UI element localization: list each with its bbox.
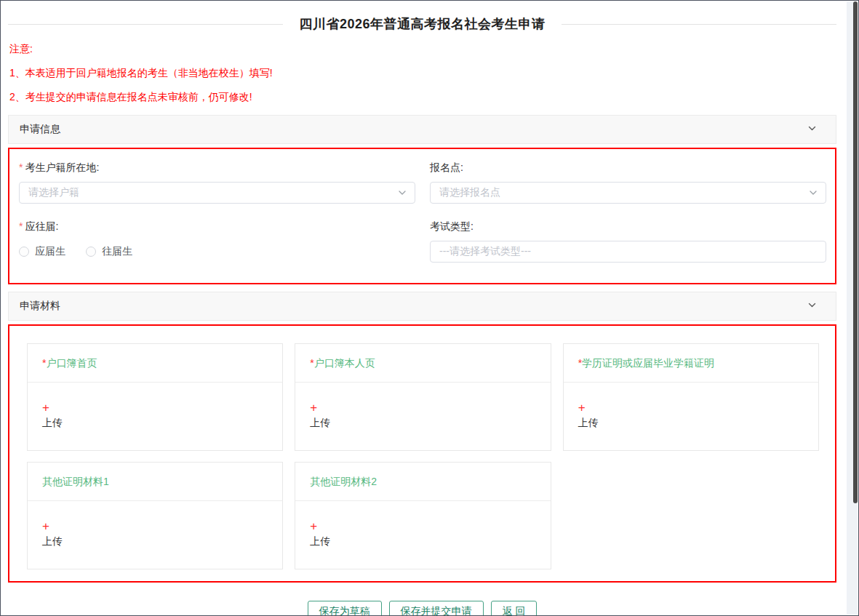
divider-line-left: [8, 24, 283, 25]
yingwangjie-radio-group: 应届生 往届生: [19, 241, 415, 258]
upload-card-other-material-1: 其他证明材料1 + 上传: [27, 462, 283, 569]
kaoshileixing-select[interactable]: ---请选择考试类型---: [430, 241, 826, 263]
radio-label: 往届生: [102, 245, 132, 258]
card-title-text: 户口簿首页: [46, 357, 97, 369]
chevron-down-icon: [807, 300, 817, 313]
card-title-text: 户口簿本人页: [314, 357, 375, 369]
plus-icon: +: [310, 520, 330, 533]
upload-card-hukoubu-personal: *户口簿本人页 + 上传: [295, 343, 551, 451]
section-title: 申请信息: [20, 123, 60, 136]
card-title: *学历证明或应届毕业学籍证明: [564, 344, 818, 383]
baomingdian-select[interactable]: 请选择报名点: [430, 182, 826, 204]
upload-card-other-material-2: 其他证明材料2 + 上传: [295, 462, 551, 569]
chevron-down-icon: [809, 188, 818, 197]
plus-icon: +: [310, 401, 330, 415]
card-title-text: 其他证明材料2: [310, 476, 377, 487]
card-body: + 上传: [28, 501, 282, 569]
card-title: *户口簿本人页: [295, 344, 550, 383]
notice-block: 注意: 1、本表适用于回户籍地报名的考生（非当地在校生）填写! 2、考生提交的申…: [9, 43, 836, 103]
notice-heading: 注意:: [9, 43, 836, 55]
notice-item-1: 1、本表适用于回户籍地报名的考生（非当地在校生）填写!: [9, 67, 836, 79]
back-button[interactable]: 返 回: [491, 601, 538, 616]
chevron-down-icon: [398, 188, 407, 197]
card-body: + 上传: [564, 383, 818, 450]
save-draft-button[interactable]: 保存为草稿: [308, 601, 382, 616]
form-grid: *考生户籍所在地: 请选择户籍 报名点: 请选择报名点: [19, 161, 826, 279]
application-info-group: *考生户籍所在地: 请选择户籍 报名点: 请选择报名点: [8, 148, 836, 284]
scrollbar-thumb[interactable]: [853, 1, 858, 503]
field-label: *应往届:: [19, 220, 415, 233]
hukou-select[interactable]: 请选择户籍: [19, 182, 415, 204]
vertical-scrollbar[interactable]: [847, 1, 858, 615]
plus-icon: +: [42, 520, 63, 533]
kaoshileixing-select-placeholder: ---请选择考试类型---: [439, 245, 531, 258]
field-label-text: 报名点:: [430, 161, 463, 173]
page-content: 四川省2026年普通高考报名社会考生申请 注意: 1、本表适用于回户籍地报名的考…: [1, 15, 858, 616]
upload-button[interactable]: + 上传: [310, 401, 330, 430]
application-materials-group: *户口簿首页 + 上传 *户口簿本人页 +: [8, 324, 836, 583]
empty-grid-cell: [563, 462, 819, 569]
field-label: *考生户籍所在地:: [19, 161, 415, 175]
section-title: 申请材料: [20, 300, 60, 313]
required-asterisk: *: [19, 161, 23, 173]
field-label: 报名点:: [430, 161, 826, 175]
field-yingwangjie: *应往届: 应届生 往届生: [19, 220, 415, 263]
chevron-down-icon: [807, 123, 817, 136]
plus-icon: +: [578, 401, 599, 415]
notice-item-2: 2、考生提交的申请信息在报名点未审核前，仍可修改!: [9, 91, 836, 103]
required-asterisk: *: [19, 220, 23, 232]
plus-icon: +: [42, 401, 63, 415]
upload-card-xueli-proof: *学历证明或应届毕业学籍证明 + 上传: [563, 343, 819, 451]
radio-label: 应届生: [35, 245, 65, 258]
upload-button[interactable]: + 上传: [578, 401, 599, 430]
application-form-page: 四川省2026年普通高考报名社会考生申请 注意: 1、本表适用于回户籍地报名的考…: [0, 0, 859, 616]
card-title: 其他证明材料2: [295, 463, 550, 501]
divider-line-right: [562, 24, 836, 25]
baomingdian-select-placeholder: 请选择报名点: [439, 186, 500, 199]
upload-label: 上传: [42, 535, 63, 548]
action-button-row: 保存为草稿 保存并提交申请 返 回: [8, 601, 836, 616]
field-kaoshileixing: 考试类型: ---请选择考试类型---: [430, 220, 826, 263]
upload-label: 上传: [42, 417, 63, 430]
card-body: + 上传: [295, 501, 550, 569]
upload-button[interactable]: + 上传: [42, 520, 63, 548]
card-body: + 上传: [28, 383, 282, 450]
field-label-text: 考试类型:: [430, 220, 474, 232]
field-label-text: 应往届:: [25, 220, 58, 232]
card-title: 其他证明材料1: [28, 463, 282, 501]
section-header-application-materials[interactable]: 申请材料: [8, 292, 836, 321]
upload-label: 上传: [310, 417, 330, 430]
upload-label: 上传: [578, 417, 599, 430]
field-label-text: 考生户籍所在地:: [25, 161, 99, 173]
radio-circle-icon: [86, 247, 96, 257]
hukou-select-placeholder: 请选择户籍: [28, 186, 79, 199]
upload-label: 上传: [310, 535, 330, 548]
field-label: 考试类型:: [430, 220, 826, 233]
upload-cards-grid: *户口簿首页 + 上传 *户口簿本人页 +: [27, 343, 819, 569]
card-title: *户口簿首页: [28, 344, 282, 383]
card-title-text: 其他证明材料1: [42, 476, 109, 487]
title-divider-row: 四川省2026年普通高考报名社会考生申请: [8, 15, 836, 33]
radio-yingjiesheng[interactable]: 应届生: [19, 245, 65, 258]
save-and-submit-button[interactable]: 保存并提交申请: [389, 601, 484, 616]
field-hukou: *考生户籍所在地: 请选择户籍: [19, 161, 415, 204]
upload-button[interactable]: + 上传: [310, 520, 330, 548]
upload-card-hukoubu-cover: *户口簿首页 + 上传: [27, 343, 283, 451]
upload-button[interactable]: + 上传: [42, 401, 63, 430]
field-baomingdian: 报名点: 请选择报名点: [430, 161, 826, 204]
card-body: + 上传: [295, 383, 550, 450]
card-title-text: 学历证明或应届毕业学籍证明: [582, 357, 714, 369]
radio-circle-icon: [19, 247, 29, 257]
page-title: 四川省2026年普通高考报名社会考生申请: [299, 15, 545, 33]
section-header-application-info[interactable]: 申请信息: [8, 115, 836, 144]
radio-wangjiesheng[interactable]: 往届生: [86, 245, 132, 258]
